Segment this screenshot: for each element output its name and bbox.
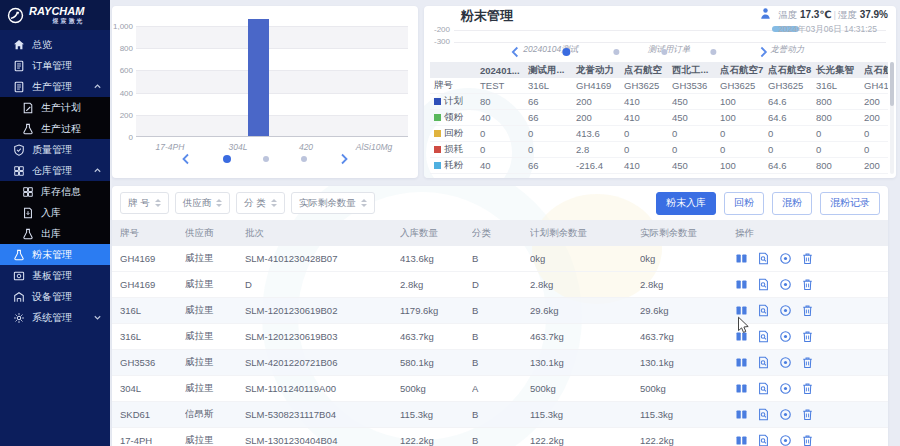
cell-value: GH3625 xyxy=(764,80,812,91)
cell-value: 100 xyxy=(716,160,764,171)
delete-button[interactable] xyxy=(801,408,814,421)
sidebar-item-powder[interactable]: 粉末管理 xyxy=(0,244,110,265)
sidebar-item-system[interactable]: 系统管理 xyxy=(0,307,110,328)
cell-value: 500kg xyxy=(400,383,472,394)
cell-value: A xyxy=(472,383,530,394)
cell-value: 800 xyxy=(812,96,860,107)
prev-arrow-icon[interactable] xyxy=(510,46,520,58)
weigh-button[interactable] xyxy=(735,356,748,369)
filter-supplier[interactable]: 供应商 xyxy=(175,192,231,214)
cell-value: 200 xyxy=(572,112,620,123)
chart-band xyxy=(136,48,408,70)
table-row[interactable]: 304L威拉里SLM-1101240119A00500kgA500kg500kg xyxy=(112,376,888,402)
filter-brand[interactable]: 牌 号 xyxy=(120,192,169,214)
sidebar-item-label: 生产计划 xyxy=(41,101,81,115)
shield-icon xyxy=(13,144,25,156)
delete-button[interactable] xyxy=(801,434,814,446)
scale-icon xyxy=(735,408,748,421)
right-pager-dot[interactable] xyxy=(563,48,571,56)
prev-arrow-icon[interactable] xyxy=(181,153,191,165)
right-pager-dot[interactable] xyxy=(613,49,619,55)
delete-button[interactable] xyxy=(801,330,814,343)
cell-value: 316L xyxy=(524,80,572,91)
cell-value: 304L xyxy=(120,383,185,394)
right-pager-dot[interactable] xyxy=(662,49,668,55)
weigh-button[interactable] xyxy=(735,278,748,291)
view-button[interactable] xyxy=(779,408,792,421)
y-tick-label: 600 xyxy=(112,66,133,75)
bar-series[interactable] xyxy=(248,19,269,136)
table-row[interactable]: GH4169威拉里D2.8kgD2.8kg2.8kg xyxy=(112,272,888,298)
view-button[interactable] xyxy=(779,356,792,369)
scrollbar-thumb[interactable] xyxy=(890,62,894,106)
view-button[interactable] xyxy=(779,382,792,395)
column-header: 龙誉动力 xyxy=(572,64,620,77)
filter-actual-remaining[interactable]: 实际剩余数量 xyxy=(291,192,375,214)
flask-icon xyxy=(22,123,34,135)
table-row[interactable]: 316L威拉里SLM-1201230619B021179.6kgB29.6kg2… xyxy=(112,298,888,324)
record-view-button[interactable] xyxy=(757,356,770,369)
filter-category[interactable]: 分 类 xyxy=(236,192,285,214)
delete-button[interactable] xyxy=(801,304,814,317)
sidebar-item-label: 设备管理 xyxy=(32,290,72,304)
weigh-button[interactable] xyxy=(735,382,748,395)
right-pager-dot[interactable] xyxy=(710,49,716,55)
next-arrow-icon[interactable] xyxy=(758,46,768,58)
left-pager-dot[interactable] xyxy=(263,156,269,162)
y-tick-label: 1,000 xyxy=(112,22,133,31)
sidebar-item-production-plan[interactable]: 生产计划 xyxy=(0,97,110,118)
powder-inbound-button[interactable]: 粉末入库 xyxy=(656,192,716,215)
weigh-button[interactable] xyxy=(735,252,748,265)
view-button[interactable] xyxy=(779,304,792,317)
sidebar-item-outbound[interactable]: 出库 xyxy=(0,223,110,244)
return-powder-button[interactable]: 回粉 xyxy=(724,192,764,215)
weigh-button[interactable] xyxy=(735,408,748,421)
sidebar-item-inbound[interactable]: 入库 xyxy=(0,202,110,223)
table-row[interactable]: 316L威拉里SLM-1201230619B03463.7kgB463.7kg4… xyxy=(112,324,888,350)
table-row[interactable]: GH3536威拉里SLM-4201220721B06580.1kgB130.1k… xyxy=(112,350,888,376)
scale-icon xyxy=(735,356,748,369)
scrollbar-track[interactable] xyxy=(890,62,894,174)
view-button[interactable] xyxy=(779,252,792,265)
sidebar-item-equipment[interactable]: 设备管理 xyxy=(0,286,110,307)
record-view-button[interactable] xyxy=(757,252,770,265)
record-view-button[interactable] xyxy=(757,408,770,421)
delete-button[interactable] xyxy=(801,382,814,395)
table-row[interactable]: GH4169威拉里SLM-4101230428B07413.6kgB0kg0kg xyxy=(112,246,888,272)
view-button[interactable] xyxy=(779,330,792,343)
sidebar-item-production-process[interactable]: 生产过程 xyxy=(0,118,110,139)
weigh-button[interactable] xyxy=(735,434,748,446)
sidebar-item-substrate[interactable]: 基板管理 xyxy=(0,265,110,286)
view-button[interactable] xyxy=(779,434,792,446)
table-row[interactable]: SKD61信昂斯SLM-5308231117B04115.3kgB115.3kg… xyxy=(112,402,888,428)
left-pager-dot[interactable] xyxy=(223,155,231,163)
trash-icon xyxy=(801,382,814,395)
sidebar-item-production[interactable]: 生产管理 xyxy=(0,76,110,97)
file-search-icon xyxy=(757,304,770,317)
view-button[interactable] xyxy=(779,278,792,291)
delete-button[interactable] xyxy=(801,278,814,291)
table-row[interactable]: 17-4PH威拉里SLM-1301230404B04122.2kgB122.2k… xyxy=(112,428,888,446)
sidebar-item-quality[interactable]: 质量管理 xyxy=(0,139,110,160)
left-pager-dot[interactable] xyxy=(301,156,307,162)
delete-button[interactable] xyxy=(801,252,814,265)
sidebar-item-overview[interactable]: 总览 xyxy=(0,34,110,55)
record-view-button[interactable] xyxy=(757,434,770,446)
cell-value: -216.4 xyxy=(572,160,620,171)
cell-value: 580.1kg xyxy=(400,357,472,368)
mix-powder-button[interactable]: 混粉 xyxy=(772,192,812,215)
sidebar-item-orders[interactable]: 订单管理 xyxy=(0,55,110,76)
sidebar-item-inventory[interactable]: 库存信息 xyxy=(0,181,110,202)
sidebar-item-label: 生产过程 xyxy=(41,122,81,136)
delete-button[interactable] xyxy=(801,356,814,369)
cell-value: 0 xyxy=(764,144,812,155)
sidebar-item-warehouse[interactable]: 仓库管理 xyxy=(0,160,110,181)
mix-record-button[interactable]: 混粉记录 xyxy=(820,192,880,215)
cell-value: B xyxy=(472,253,530,264)
next-arrow-icon[interactable] xyxy=(339,153,349,165)
record-view-button[interactable] xyxy=(757,304,770,317)
datetime: 2024年03月06日 14:31:25 xyxy=(778,24,888,36)
record-view-button[interactable] xyxy=(757,278,770,291)
record-view-button[interactable] xyxy=(757,382,770,395)
record-view-button[interactable] xyxy=(757,330,770,343)
